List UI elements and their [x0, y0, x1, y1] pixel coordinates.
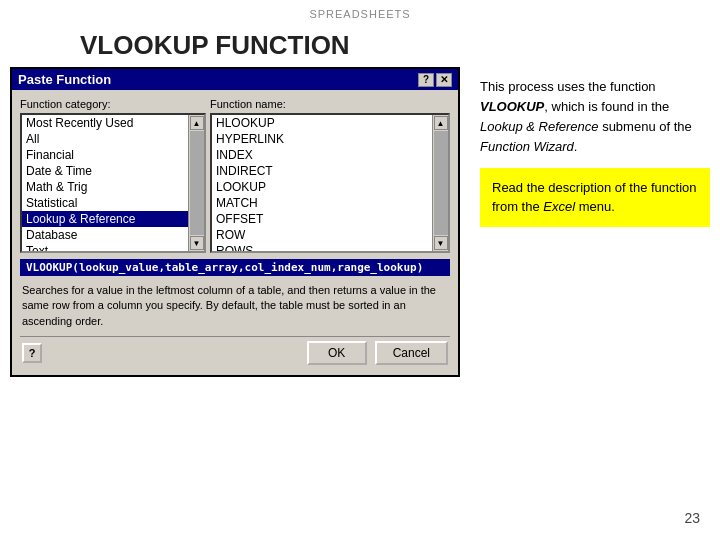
function-scrollbar[interactable]: ▲ ▼ [432, 115, 448, 251]
name-label: Function name: [210, 98, 450, 110]
dialog-title-buttons: ? ✕ [418, 73, 452, 87]
yellow-excel-label: Excel [543, 199, 575, 214]
category-label: Function category: [20, 98, 210, 110]
dialog-body: Function category: Function name: Most R… [12, 90, 458, 375]
info-text-1: This process uses the function [480, 79, 656, 94]
paste-function-dialog: Paste Function ? ✕ Function category: Fu… [10, 67, 460, 377]
category-list-scroll[interactable]: Most Recently Used All Financial Date & … [22, 115, 204, 251]
list-item[interactable]: Database [22, 227, 204, 243]
list-item[interactable]: All [22, 131, 204, 147]
ok-button[interactable]: OK [307, 341, 367, 365]
footer-left: ? [22, 343, 42, 363]
help-button[interactable]: ? [22, 343, 42, 363]
category-listbox[interactable]: Most Recently Used All Financial Date & … [20, 113, 206, 253]
description-text: Searches for a value in the leftmost col… [20, 280, 450, 332]
list-item-indirect[interactable]: INDIRECT [212, 163, 448, 179]
list-item-lookup-reference[interactable]: Lookup & Reference [22, 211, 204, 227]
list-item-offset[interactable]: OFFSET [212, 211, 448, 227]
dialog-footer: ? OK Cancel [20, 336, 450, 367]
right-panel: This process uses the function VLOOKUP, … [460, 67, 720, 377]
info-text-2: , which is found in the [544, 99, 669, 114]
list-item[interactable]: Statistical [22, 195, 204, 211]
list-item-row[interactable]: ROW [212, 227, 448, 243]
list-item-rows[interactable]: ROWS [212, 243, 448, 251]
category-scrollbar[interactable]: ▲ ▼ [188, 115, 204, 251]
yellow-text-2: menu. [575, 199, 615, 214]
info-lookup-reference: Lookup & Reference [480, 119, 599, 134]
dialog-title: Paste Function [18, 72, 111, 87]
dialog-titlebar: Paste Function ? ✕ [12, 69, 458, 90]
page-title: VLOOKUP FUNCTION [0, 24, 720, 67]
list-item[interactable]: Financial [22, 147, 204, 163]
yellow-info-box: Read the description of the function fro… [480, 168, 710, 227]
footer-right-buttons: OK Cancel [307, 341, 448, 365]
page-number: 23 [684, 510, 700, 526]
info-text-3: submenu of the [599, 119, 692, 134]
function-list-scroll[interactable]: HLOOKUP HYPERLINK INDEX INDIRECT LOOKUP … [212, 115, 448, 251]
list-item-lookup[interactable]: LOOKUP [212, 179, 448, 195]
cancel-button[interactable]: Cancel [375, 341, 448, 365]
scroll-track [190, 131, 204, 235]
column-labels-row: Function category: Function name: [20, 98, 450, 110]
dialog-close-button[interactable]: ✕ [436, 73, 452, 87]
list-item-math-trig[interactable]: Math & Trig [22, 179, 204, 195]
formula-bar: VLOOKUP(lookup_value,table_array,col_ind… [20, 259, 450, 276]
function-listbox[interactable]: HLOOKUP HYPERLINK INDEX INDIRECT LOOKUP … [210, 113, 450, 253]
list-item[interactable]: Most Recently Used [22, 115, 204, 131]
fn-scroll-up-arrow[interactable]: ▲ [434, 116, 448, 130]
info-vlookup-label: VLOOKUP [480, 99, 544, 114]
subtitle: SPREADSHEETS [0, 8, 720, 20]
scroll-up-arrow[interactable]: ▲ [190, 116, 204, 130]
list-item-index[interactable]: INDEX [212, 147, 448, 163]
lists-row: Most Recently Used All Financial Date & … [20, 113, 450, 253]
fn-scroll-down-arrow[interactable]: ▼ [434, 236, 448, 250]
info-function-wizard: Function Wizard [480, 139, 574, 154]
list-item-hyperlink[interactable]: HYPERLINK [212, 131, 448, 147]
info-box-1: This process uses the function VLOOKUP, … [480, 77, 710, 158]
list-item[interactable]: Text [22, 243, 204, 251]
info-text-4: . [574, 139, 578, 154]
dialog-help-button[interactable]: ? [418, 73, 434, 87]
list-item-match[interactable]: MATCH [212, 195, 448, 211]
scroll-down-arrow[interactable]: ▼ [190, 236, 204, 250]
fn-scroll-track [434, 131, 448, 235]
list-item[interactable]: Date & Time [22, 163, 204, 179]
list-item-hlookup[interactable]: HLOOKUP [212, 115, 448, 131]
